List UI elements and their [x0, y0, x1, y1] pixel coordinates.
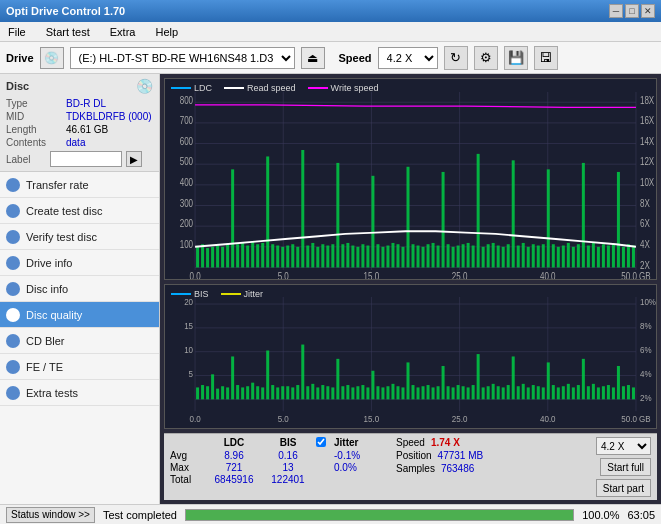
label-row: Label ▶ — [6, 151, 153, 167]
position-label: Position — [396, 450, 432, 461]
legend-read-speed: Read speed — [224, 83, 296, 93]
svg-rect-165 — [251, 383, 254, 400]
svg-rect-114 — [572, 247, 575, 268]
svg-text:14X: 14X — [640, 136, 654, 147]
close-button[interactable]: ✕ — [641, 4, 655, 18]
svg-text:8X: 8X — [640, 198, 650, 209]
bis-svg: 20 15 10 5 10% 8% 6% 4% 2% 0.0 5.0 15.0 … — [165, 285, 656, 428]
status-text: Test completed — [103, 509, 177, 521]
menu-extra[interactable]: Extra — [106, 24, 140, 40]
settings-button[interactable]: ⚙ — [474, 46, 498, 70]
disc-type-row: Type BD-R DL — [6, 98, 153, 109]
svg-rect-122 — [612, 244, 615, 267]
svg-rect-195 — [401, 388, 404, 400]
svg-rect-179 — [321, 385, 324, 399]
title-bar: Opti Drive Control 1.70 ─ □ ✕ — [0, 0, 661, 22]
svg-text:100: 100 — [180, 239, 193, 250]
transfer-rate-icon — [6, 178, 20, 192]
speed-select-stat[interactable]: 4.2 X — [596, 437, 651, 455]
menu-bar: File Start test Extra Help — [0, 22, 661, 42]
sidebar-item-cd-bler[interactable]: CD Bler — [0, 328, 159, 354]
verify-test-disc-icon — [6, 230, 20, 244]
svg-text:2%: 2% — [640, 392, 652, 403]
stats-jitter-check — [316, 437, 332, 449]
svg-rect-91 — [457, 246, 460, 268]
svg-rect-183 — [341, 386, 344, 399]
svg-rect-210 — [477, 354, 480, 399]
svg-text:18X: 18X — [640, 95, 654, 106]
disc-info-icon — [6, 282, 20, 296]
svg-rect-57 — [286, 246, 289, 268]
svg-rect-116 — [582, 163, 585, 268]
contents-value: data — [66, 137, 85, 148]
start-part-button[interactable]: Start part — [596, 479, 651, 497]
svg-rect-109 — [547, 169, 550, 267]
eject-button[interactable]: ⏏ — [301, 47, 325, 69]
jitter-checkbox[interactable] — [316, 437, 326, 447]
svg-rect-117 — [587, 246, 590, 268]
fe-te-icon — [6, 360, 20, 374]
svg-rect-190 — [376, 386, 379, 399]
sidebar-item-verify-test-disc[interactable]: Verify test disc — [0, 224, 159, 250]
disc-section: Disc 💿 Type BD-R DL MID TDKBLDRFB (000) … — [0, 74, 159, 172]
sidebar-label-disc-quality: Disc quality — [26, 309, 82, 321]
menu-file[interactable]: File — [4, 24, 30, 40]
svg-rect-157 — [211, 374, 214, 399]
sidebar-item-transfer-rate[interactable]: Transfer rate — [0, 172, 159, 198]
svg-rect-90 — [452, 247, 455, 268]
label-go-button[interactable]: ▶ — [126, 151, 142, 167]
svg-rect-51 — [256, 244, 259, 267]
refresh-button[interactable]: ↻ — [444, 46, 468, 70]
svg-rect-199 — [422, 386, 425, 399]
svg-rect-197 — [412, 385, 415, 399]
svg-rect-77 — [386, 246, 389, 268]
svg-rect-104 — [522, 243, 525, 268]
svg-rect-42 — [211, 247, 214, 268]
window-controls: ─ □ ✕ — [609, 4, 655, 18]
sidebar-item-disc-quality[interactable]: Disc quality — [0, 302, 159, 328]
svg-rect-66 — [331, 244, 334, 267]
svg-rect-92 — [462, 244, 465, 267]
svg-rect-97 — [487, 244, 490, 267]
svg-text:5: 5 — [189, 368, 194, 379]
svg-rect-115 — [577, 244, 580, 267]
minimize-button[interactable]: ─ — [609, 4, 623, 18]
maximize-button[interactable]: □ — [625, 4, 639, 18]
svg-rect-107 — [537, 246, 540, 268]
disc-button[interactable]: 💾 — [504, 46, 528, 70]
svg-rect-189 — [371, 371, 374, 400]
save-button[interactable]: 🖫 — [534, 46, 558, 70]
svg-rect-73 — [366, 246, 369, 268]
sidebar-item-create-test-disc[interactable]: Create test disc — [0, 198, 159, 224]
svg-text:10X: 10X — [640, 177, 654, 188]
sidebar-item-fe-te[interactable]: FE / TE — [0, 354, 159, 380]
svg-text:15: 15 — [184, 320, 193, 331]
svg-rect-191 — [381, 388, 384, 400]
drive-icon-btn[interactable]: 💿 — [40, 47, 64, 69]
status-window-button[interactable]: Status window >> — [6, 507, 95, 523]
svg-rect-181 — [331, 388, 334, 400]
stats-grid: LDC BIS Jitter Avg 8.96 0.16 -0.1% Max 7… — [170, 437, 386, 485]
sidebar-item-extra-tests[interactable]: Extra tests — [0, 380, 159, 406]
mid-label: MID — [6, 111, 66, 122]
svg-text:0.0: 0.0 — [189, 271, 200, 279]
svg-rect-127 — [165, 285, 656, 428]
svg-rect-209 — [472, 385, 475, 399]
svg-rect-155 — [201, 385, 204, 399]
sidebar-item-disc-info[interactable]: Disc info — [0, 276, 159, 302]
contents-label: Contents — [6, 137, 66, 148]
sidebar-item-drive-info[interactable]: Drive info — [0, 250, 159, 276]
speed-buttons-section: 4.2 X Start full Start part — [596, 437, 651, 497]
start-full-button[interactable]: Start full — [600, 458, 651, 476]
drive-select[interactable]: (E:) HL-DT-ST BD-RE WH16NS48 1.D3 — [70, 47, 295, 69]
speed-select[interactable]: 4.2 X — [378, 47, 438, 69]
svg-text:25.0: 25.0 — [452, 271, 468, 279]
menu-help[interactable]: Help — [151, 24, 182, 40]
svg-text:2X: 2X — [640, 260, 650, 271]
sidebar-label-extra-tests: Extra tests — [26, 387, 78, 399]
menu-start-test[interactable]: Start test — [42, 24, 94, 40]
disc-contents-row: Contents data — [6, 137, 153, 148]
speed-position-section: Speed 1.74 X Position 47731 MB Samples 7… — [396, 437, 483, 474]
svg-text:8%: 8% — [640, 320, 652, 331]
label-input[interactable] — [50, 151, 122, 167]
